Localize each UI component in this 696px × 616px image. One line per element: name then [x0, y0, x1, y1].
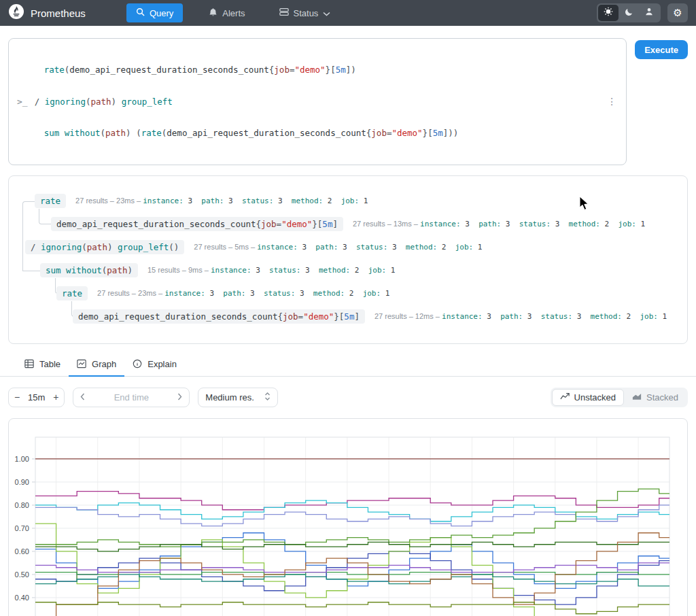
range-stepper: − 15m + — [8, 388, 65, 407]
area-chart-icon — [632, 392, 642, 403]
stacked-button[interactable]: Stacked — [624, 389, 686, 406]
svg-text:0.40: 0.40 — [15, 593, 29, 601]
bell-icon — [209, 7, 218, 19]
database-icon — [279, 7, 289, 18]
terminal-prompt-icon: >_ — [17, 97, 28, 107]
svg-text:0.70: 0.70 — [15, 524, 29, 532]
tree-node-stats: 15 results – 9ms – instance: 3 status: 3… — [147, 266, 396, 275]
tab-graph-label: Graph — [92, 359, 116, 369]
gear-icon: ⚙︎ — [673, 7, 682, 19]
graph-controls: − 15m + End time Medium res. Unstacked S… — [8, 388, 688, 407]
query-tree-panel: rate27 results – 23ms – instance: 3 path… — [8, 175, 688, 344]
tab-table-label: Table — [39, 359, 60, 369]
settings-button[interactable]: ⚙︎ — [667, 3, 688, 22]
nav-item-alerts[interactable]: Alerts — [201, 3, 253, 23]
expression-line: / ignoring(path) group_left — [35, 97, 604, 107]
tab-table[interactable]: Table — [16, 354, 69, 377]
tab-explain-label: Explain — [147, 359, 177, 369]
line-chart-icon — [560, 392, 570, 403]
unstacked-label: Unstacked — [574, 392, 616, 403]
stacked-label: Stacked — [646, 392, 678, 403]
table-icon — [24, 359, 34, 369]
chevron-left-icon[interactable] — [80, 392, 85, 403]
prometheus-logo-icon — [8, 3, 24, 22]
tree-row: / ignoring(path) group_left()27 results … — [9, 236, 687, 259]
user-icon — [644, 7, 654, 19]
end-time-picker[interactable]: End time — [73, 388, 190, 407]
svg-text:0.90: 0.90 — [15, 477, 29, 485]
end-time-input[interactable]: End time — [114, 392, 149, 403]
resolution-select[interactable]: Medium res. — [198, 388, 278, 407]
kebab-menu-icon[interactable]: ⋮ — [604, 96, 619, 107]
tree-row: rate27 results – 23ms – instance: 3 path… — [9, 190, 687, 213]
resolution-value: Medium res. — [205, 392, 254, 403]
tab-explain[interactable]: Explain — [124, 354, 185, 377]
theme-toggle-group — [597, 3, 661, 22]
tree-row: demo_api_request_duration_seconds_count{… — [9, 305, 687, 328]
sun-icon — [604, 7, 613, 19]
nav-item-query[interactable]: Query — [126, 3, 183, 22]
line-chart[interactable]: 0.100.200.300.400.500.600.700.800.901.00… — [9, 419, 686, 616]
range-increase-button[interactable]: + — [48, 392, 64, 403]
tab-graph[interactable]: Graph — [69, 354, 124, 377]
tree-node-pill[interactable]: demo_api_request_duration_seconds_count{… — [51, 217, 343, 231]
graph-icon — [77, 359, 86, 369]
tree-node-pill[interactable]: demo_api_request_duration_seconds_count{… — [73, 309, 365, 324]
svg-text:0.80: 0.80 — [15, 500, 29, 509]
tree-node-stats: 27 results – 5ms – instance: 3 path: 3 s… — [194, 243, 482, 252]
tree-node-pill[interactable]: rate — [56, 286, 88, 301]
svg-text:0.60: 0.60 — [15, 547, 29, 555]
tree-node-stats: 27 results – 12ms – instance: 3 path: 3 … — [375, 312, 667, 321]
expression-code[interactable]: rate(demo_api_request_duration_seconds_c… — [35, 44, 604, 160]
brand-title: Prometheus — [31, 7, 86, 19]
execute-button[interactable]: Execute — [635, 40, 688, 59]
tree-row: demo_api_request_duration_seconds_count{… — [9, 213, 687, 236]
result-tabs: Table Graph Explain — [0, 354, 696, 377]
nav-status-label: Status — [294, 8, 319, 18]
expression-input[interactable]: >_ rate(demo_api_request_duration_second… — [8, 38, 627, 165]
tree-node-pill[interactable]: sum without(path) — [40, 263, 138, 277]
expression-line: rate(demo_api_request_duration_seconds_c… — [35, 65, 604, 75]
tree-node-stats: 27 results – 23ms – instance: 3 path: 3 … — [97, 289, 389, 298]
tree-row: rate27 results – 23ms – instance: 3 path… — [9, 282, 687, 305]
unstacked-button[interactable]: Unstacked — [552, 389, 624, 406]
stacking-toggle-group: Unstacked Stacked — [551, 388, 688, 407]
tree-node-stats: 27 results – 13ms – instance: 3 path: 3 … — [353, 220, 645, 228]
tree-row: sum without(path)15 results – 9ms – inst… — [9, 259, 687, 282]
nav-alerts-label: Alerts — [222, 8, 245, 18]
query-row: >_ rate(demo_api_request_duration_second… — [8, 38, 688, 165]
expression-line: sum without(path) (rate(demo_api_request… — [35, 128, 604, 139]
navbar: Prometheus Query Alerts Status — [0, 0, 696, 26]
info-icon — [133, 359, 142, 369]
tree-node-pill[interactable]: rate — [35, 194, 66, 208]
nav-query-label: Query — [150, 8, 173, 18]
moon-icon — [625, 7, 633, 19]
range-value[interactable]: 15m — [25, 392, 48, 403]
tree-node-pill[interactable]: / ignoring(path) group_left() — [25, 240, 184, 254]
theme-light-button[interactable] — [598, 5, 619, 21]
theme-dark-button[interactable] — [619, 5, 639, 21]
range-decrease-button[interactable]: − — [9, 392, 25, 403]
svg-text:1.00: 1.00 — [15, 454, 29, 462]
search-icon — [136, 7, 145, 18]
brand[interactable]: Prometheus — [8, 3, 86, 22]
tree-node-stats: 27 results – 23ms – instance: 3 path: 3 … — [75, 196, 368, 205]
graph-panel: 0.100.200.300.400.500.600.700.800.901.00… — [8, 418, 688, 616]
theme-auto-button[interactable] — [639, 5, 659, 21]
chevron-down-icon — [323, 8, 330, 18]
select-chevrons-icon — [264, 392, 271, 403]
tree-rows: rate27 results – 23ms – instance: 3 path… — [9, 190, 687, 328]
svg-text:0.50: 0.50 — [15, 570, 29, 578]
nav-item-status[interactable]: Status — [271, 3, 339, 22]
chevron-right-icon[interactable] — [177, 392, 182, 403]
